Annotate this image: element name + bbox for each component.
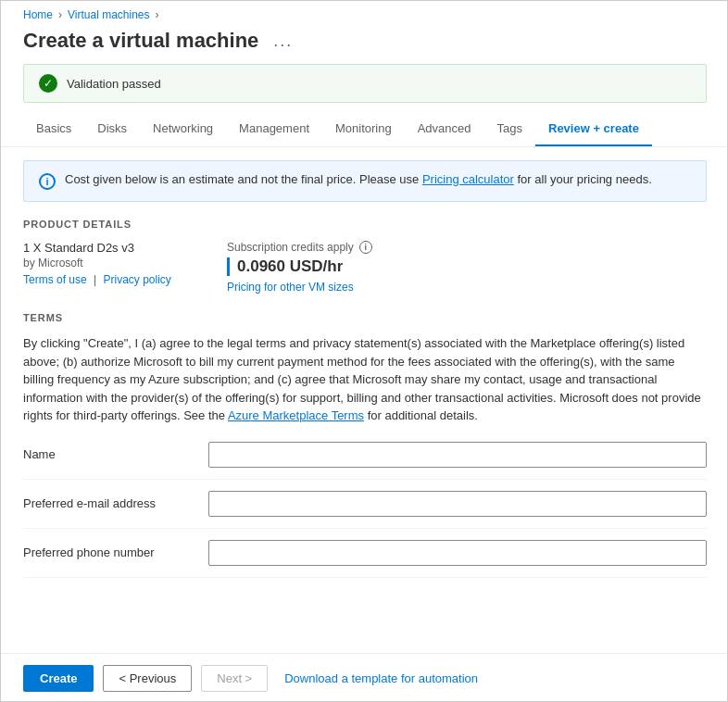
- email-label: Preferred e-mail address: [23, 496, 208, 510]
- email-input[interactable]: [208, 491, 707, 517]
- page-title: Create a virtual machine: [23, 29, 258, 53]
- product-right: Subscription credits apply i 0.0960 USD/…: [227, 241, 431, 294]
- form-row-phone: Preferred phone number: [23, 540, 707, 578]
- subscription-credits-row: Subscription credits apply i: [227, 241, 431, 254]
- validation-banner: ✓ Validation passed: [23, 64, 707, 103]
- tab-review-create[interactable]: Review + create: [535, 112, 652, 146]
- page-container: Home › Virtual machines › Create a virtu…: [1, 1, 728, 702]
- breadcrumb-home[interactable]: Home: [23, 8, 53, 21]
- tab-networking[interactable]: Networking: [140, 112, 226, 146]
- terms-of-use-link[interactable]: Terms of use: [23, 273, 87, 286]
- product-left: 1 X Standard D2s v3 by Microsoft Terms o…: [23, 241, 190, 294]
- breadcrumb-virtual-machines[interactable]: Virtual machines: [68, 8, 150, 21]
- product-name: 1 X Standard D2s v3: [23, 241, 190, 255]
- tab-monitoring[interactable]: Monitoring: [322, 112, 405, 146]
- pricing-calculator-link[interactable]: Pricing calculator: [422, 172, 514, 186]
- tab-basics[interactable]: Basics: [23, 112, 84, 146]
- form-row-name: Name: [23, 442, 707, 480]
- download-template-link[interactable]: Download a template for automation: [284, 671, 478, 685]
- info-text-after: for all your pricing needs.: [514, 172, 652, 186]
- terms-section-label: TERMS: [23, 312, 707, 323]
- next-button: Next >: [201, 665, 268, 692]
- terms-section: TERMS By clicking "Create", I (a) agree …: [23, 312, 707, 425]
- validation-text: Validation passed: [67, 77, 161, 91]
- product-links: Terms of use | Privacy policy: [23, 273, 190, 286]
- form-row-email: Preferred e-mail address: [23, 491, 707, 529]
- footer: Create < Previous Next > Download a temp…: [1, 653, 728, 702]
- phone-label: Preferred phone number: [23, 545, 208, 559]
- pricing-other-sizes-link[interactable]: Pricing for other VM sizes: [227, 281, 354, 294]
- product-row: 1 X Standard D2s v3 by Microsoft Terms o…: [23, 241, 707, 294]
- tab-advanced[interactable]: Advanced: [405, 112, 484, 146]
- azure-marketplace-terms-link[interactable]: Azure Marketplace Terms: [228, 408, 364, 422]
- main-content: i Cost given below is an estimate and no…: [1, 147, 728, 653]
- tab-management[interactable]: Management: [226, 112, 322, 146]
- create-button[interactable]: Create: [23, 665, 94, 692]
- product-details-label: PRODUCT DETAILS: [23, 219, 707, 230]
- terms-text: By clicking "Create", I (a) agree to the…: [23, 334, 707, 425]
- phone-input[interactable]: [208, 540, 707, 566]
- tab-disks[interactable]: Disks: [84, 112, 140, 146]
- breadcrumb-chevron-2: ›: [156, 8, 159, 21]
- form-fields: Name Preferred e-mail address Preferred …: [23, 442, 707, 578]
- breadcrumb: Home › Virtual machines ›: [1, 1, 728, 25]
- price-display: 0.0960 USD/hr: [227, 257, 431, 276]
- pipe-divider: |: [94, 273, 96, 286]
- product-by: by Microsoft: [23, 257, 190, 270]
- info-banner: i Cost given below is an estimate and no…: [23, 160, 707, 202]
- subscription-info-icon[interactable]: i: [359, 241, 372, 254]
- validation-check-icon: ✓: [39, 74, 57, 93]
- ellipsis-button[interactable]: ...: [268, 30, 298, 53]
- previous-button[interactable]: < Previous: [103, 665, 192, 692]
- info-text-before: Cost given below is an estimate and not …: [65, 172, 422, 186]
- terms-after: for additional details.: [364, 408, 478, 422]
- page-title-row: Create a virtual machine ...: [1, 25, 728, 64]
- breadcrumb-chevron-1: ›: [58, 8, 62, 21]
- privacy-policy-link[interactable]: Privacy policy: [104, 273, 171, 286]
- info-banner-text: Cost given below is an estimate and not …: [65, 172, 652, 186]
- tab-tags[interactable]: Tags: [484, 112, 535, 146]
- name-label: Name: [23, 447, 208, 461]
- name-input[interactable]: [208, 442, 707, 468]
- tab-bar: Basics Disks Networking Management Monit…: [1, 112, 728, 147]
- info-icon: i: [39, 173, 56, 190]
- subscription-credits-text: Subscription credits apply: [227, 241, 354, 254]
